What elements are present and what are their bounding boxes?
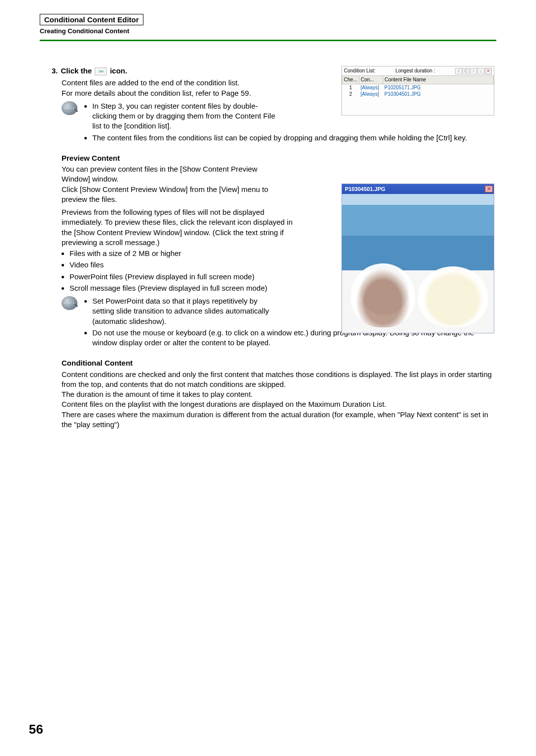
tip-item: The content files from the conditions li… bbox=[92, 133, 496, 143]
add-arrows-icon: »» bbox=[95, 67, 107, 75]
header-rule bbox=[40, 40, 496, 41]
cond-p4: There are cases where the maximum durati… bbox=[62, 410, 496, 430]
preview-p2: Click [Show Content Preview Window] from… bbox=[62, 185, 275, 205]
condition-list-toolbar: Condition List: Longest duration : i C ↑… bbox=[342, 66, 494, 75]
refresh-icon[interactable]: C bbox=[463, 68, 469, 74]
close-icon[interactable]: ✕ bbox=[485, 186, 493, 192]
condition-list-panel: Condition List: Longest duration : i C ↑… bbox=[341, 66, 494, 116]
tip-item: Set PowerPoint data so that it plays rep… bbox=[92, 296, 276, 326]
preview-titlebar: P10304501.JPG ✕ bbox=[342, 184, 494, 194]
header-subtext: Creating Conditional Content bbox=[40, 27, 496, 35]
preview-bullet: Scroll message files (Preview displayed … bbox=[69, 283, 295, 293]
move-down-icon[interactable]: ↓ bbox=[477, 68, 484, 74]
row-filename: P10205171.JPG bbox=[383, 84, 494, 91]
preview-bullet: Files with a size of 2 MB or higher bbox=[69, 249, 295, 258]
tips-icon: • • • • ➘ bbox=[62, 101, 77, 115]
row-index: 2 bbox=[342, 91, 359, 98]
info-icon[interactable]: i bbox=[455, 68, 462, 74]
cond-p3: Content files on the playlist with the l… bbox=[62, 399, 496, 409]
table-row[interactable]: 2 [Always] P10304501.JPG bbox=[342, 91, 494, 98]
row-condition: [Always] bbox=[359, 84, 383, 91]
step-number: 3. bbox=[52, 66, 58, 76]
delete-icon[interactable]: ✕ bbox=[485, 68, 492, 74]
step-text-suffix: icon. bbox=[110, 66, 127, 75]
col-check[interactable]: Che... bbox=[342, 76, 359, 84]
longest-duration-label: Longest duration : bbox=[396, 67, 435, 74]
col-filename[interactable]: Content File Name bbox=[383, 76, 494, 84]
tips-icon: • • • • ➘ bbox=[62, 296, 77, 310]
preview-p1: You can preview content files in the [Sh… bbox=[62, 164, 275, 185]
conditional-content-heading: Conditional Content bbox=[62, 358, 496, 368]
step3-line2: For more details about the condition lis… bbox=[62, 88, 270, 98]
preview-window: P10304501.JPG ✕ bbox=[341, 184, 494, 333]
page-number: 56 bbox=[29, 722, 43, 737]
header-box: Conditional Content Editor bbox=[40, 14, 143, 25]
condition-list-label: Condition List: bbox=[344, 67, 375, 74]
row-index: 1 bbox=[342, 84, 359, 91]
preview-bullet: Video files bbox=[69, 260, 295, 270]
preview-title: P10304501.JPG bbox=[345, 186, 385, 193]
cond-p2: The duration is the amount of time it ta… bbox=[62, 389, 496, 399]
row-condition: [Always] bbox=[359, 91, 383, 98]
row-filename: P10304501.JPG bbox=[383, 91, 494, 98]
move-up-icon[interactable]: ↑ bbox=[470, 68, 477, 74]
col-condition[interactable]: Con... bbox=[359, 76, 383, 84]
preview-p3: Previews from the following types of fil… bbox=[62, 207, 295, 248]
condition-list-table: Che... Con... Content File Name 1 [Alway… bbox=[342, 75, 494, 98]
tip-item: In Step 3, you can register content file… bbox=[92, 101, 281, 131]
preview-content-heading: Preview Content bbox=[62, 153, 496, 163]
step-text-prefix: Click the bbox=[61, 66, 92, 75]
step3-line1: Content files are added to the end of th… bbox=[62, 78, 270, 88]
cond-p1: Content conditions are checked and only … bbox=[62, 370, 496, 390]
preview-bullet: PowerPoint files (Preview displayed in f… bbox=[69, 272, 295, 282]
preview-image bbox=[342, 194, 494, 333]
table-row[interactable]: 1 [Always] P10205171.JPG bbox=[342, 84, 494, 91]
